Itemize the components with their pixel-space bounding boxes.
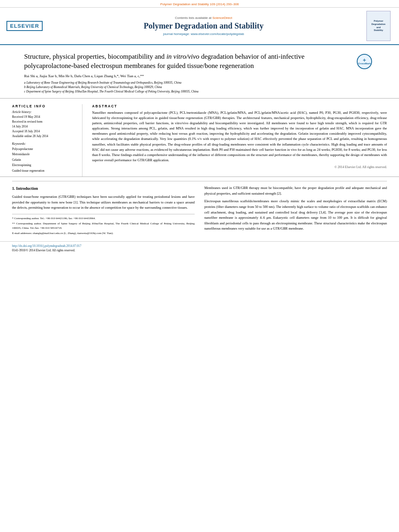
keywords-list: Polycaprolactone Metronidazole Gelatin E… <box>12 146 76 174</box>
keyword-3: Gelatin <box>12 157 76 163</box>
intro-right-para-1: Membranes used in GTR/GBR therapy must b… <box>204 185 387 196</box>
keyword-4: Electrospinning <box>12 162 76 168</box>
keyword-2: Metronidazole <box>12 152 76 157</box>
footnote-email: E-mail addresses: zhanglq@mail.buct.edu.… <box>12 231 195 236</box>
crossmark-badge: ✛ CrossMark <box>357 54 372 69</box>
journal-homepage: journal homepage: www.elsevier.com/locat… <box>47 32 360 36</box>
body-section: ARTICLE INFO Article history: Received 1… <box>0 99 399 177</box>
article-info-label: ARTICLE INFO <box>12 104 76 108</box>
article-received-revised-date: 14 July 2014 <box>12 124 76 129</box>
article-title-section: Structure, physical properties, biocompa… <box>0 45 399 99</box>
doi-link[interactable]: http://dx.doi.org/10.1016/j.polymdegrads… <box>12 244 387 248</box>
homepage-url: www.elsevier.com/locate/polydegstab <box>191 32 244 36</box>
footnote-1: * Corresponding author. Tel.: +86 010 64… <box>12 216 195 221</box>
intro-heading: 1. Introduction <box>12 185 195 192</box>
abstract-text: Nanofiber membranes composed of polycapr… <box>92 110 387 163</box>
doi-footer: http://dx.doi.org/10.1016/j.polymdegrads… <box>0 241 399 254</box>
article-received-revised: Received in revised form <box>12 119 76 124</box>
journal-citation-bar: Polymer Degradation and Stability 109 (2… <box>0 0 399 8</box>
section-divider <box>12 181 387 181</box>
footer-copyright: 0141-3910/© 2014 Elsevier Ltd. All right… <box>12 249 387 252</box>
journal-logo-area: ELSEVIER <box>6 11 43 41</box>
affiliations: a Laboratory of Bone Tissue Engineering … <box>24 80 353 94</box>
elsevier-logo: ELSEVIER <box>6 21 43 31</box>
journal-title-area: Contents lists available at ScienceDirec… <box>47 11 360 41</box>
crossmark-area: ✛ CrossMark <box>357 52 375 69</box>
article-accepted: Accepted 18 July 2014 <box>12 129 76 134</box>
journal-thumbnail: PolymerDegradationandStability <box>366 11 391 41</box>
abstract-paragraph: Nanofiber membranes composed of polycapr… <box>92 110 387 163</box>
abstract-label: ABSTRACT <box>92 104 387 108</box>
journal-header: ELSEVIER Contents lists available at Sci… <box>0 8 399 45</box>
article-title: Structure, physical properties, biocompa… <box>24 52 353 71</box>
article-received: Received 19 May 2014 <box>12 115 76 119</box>
keyword-5: Guided tissue regeneration <box>12 168 76 174</box>
footnote-area: * Corresponding author. Tel.: +86 010 64… <box>12 214 195 236</box>
affiliation-c: c Department of Spine Surgery of Beijing… <box>24 89 353 94</box>
contents-available: Contents lists available at ScienceDirec… <box>47 16 360 20</box>
article-info-column: ARTICLE INFO Article history: Received 1… <box>12 104 82 177</box>
intro-right-column: Membranes used in GTR/GBR therapy must b… <box>204 185 387 236</box>
journal-citation: Polymer Degradation and Stability 109 (2… <box>160 2 239 6</box>
keywords-title: Keywords: <box>12 142 76 146</box>
journal-name: Polymer Degradation and Stability <box>47 21 360 31</box>
abstract-copyright: © 2014 Elsevier Ltd. All rights reserved… <box>92 165 387 169</box>
affiliation-b: b Beijing Laboratory of Biomedical Mater… <box>24 85 353 89</box>
authors-line: Rui Shi a, Jiajia Xue b, Min He b, Dafu … <box>24 74 353 78</box>
introduction-section: 1. Introduction Guided tissue/bone regen… <box>0 185 399 241</box>
article-history-group: Article history: Received 19 May 2014 Re… <box>12 110 76 139</box>
affiliation-a: a Laboratory of Bone Tissue Engineering … <box>24 80 353 85</box>
page: Polymer Degradation and Stability 109 (2… <box>0 0 399 532</box>
article-available: Available online 28 July 2014 <box>12 134 76 139</box>
intro-right-para-2: Electrospun nanofibrous scaffolds/membra… <box>204 199 387 232</box>
footnote-2: ** Corresponding author. Department of S… <box>12 222 195 230</box>
sciencedirect-link[interactable]: ScienceDirect <box>212 16 232 20</box>
article-history-title: Article history: <box>12 110 76 114</box>
article-title-row: Structure, physical properties, biocompa… <box>24 52 375 94</box>
intro-left-column: 1. Introduction Guided tissue/bone regen… <box>12 185 195 236</box>
abstract-column: ABSTRACT Nanofiber membranes composed of… <box>92 104 387 177</box>
intro-para-1: Guided tissue/bone regeneration (GTR/GBR… <box>12 194 195 211</box>
journal-thumb-area: PolymerDegradationandStability <box>364 11 393 41</box>
keyword-1: Polycaprolactone <box>12 146 76 152</box>
keywords-group: Keywords: Polycaprolactone Metronidazole… <box>12 142 76 174</box>
